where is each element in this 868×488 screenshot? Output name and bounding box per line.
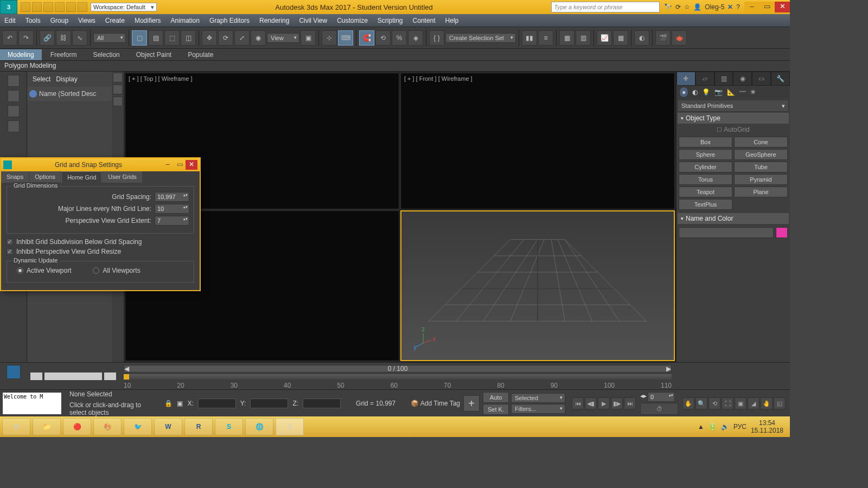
prim-pyramid[interactable]: Pyramid [734, 174, 788, 185]
star-icon[interactable]: ☆ [684, 3, 690, 11]
tray-up-icon[interactable]: ▲ [698, 423, 704, 431]
teapot-icon[interactable] [8, 75, 20, 87]
goto-end-button[interactable]: ⏭ [624, 397, 636, 409]
z-input[interactable] [303, 399, 341, 408]
category-dropdown[interactable]: Standard Primitives [678, 100, 789, 112]
select-object-button[interactable]: ▢ [132, 30, 147, 46]
tray-lang[interactable]: РУС [733, 423, 746, 431]
hierarchy-tab[interactable]: ▥ [714, 72, 733, 86]
major-lines-input[interactable]: 10 [155, 204, 189, 214]
link-button[interactable]: 🔗 [40, 30, 55, 46]
schematic-button[interactable]: ▦ [613, 30, 628, 46]
rollout-name-color[interactable]: Name and Color [678, 213, 789, 224]
help-icon[interactable]: ? [736, 3, 740, 11]
select-rect-button[interactable]: ⬚ [164, 30, 180, 46]
time-slider[interactable]: ◀ 0 / 100 ▶ 102030405060708090100110 [119, 363, 676, 389]
prev-frame-button[interactable]: ◀▮ [585, 397, 597, 409]
systems-icon[interactable]: ✳ [750, 88, 756, 96]
hscroll-right[interactable]: ▶ [104, 373, 116, 380]
spinner-snap-button[interactable]: ◈ [408, 30, 423, 46]
menu-help[interactable]: Help [445, 17, 459, 24]
scene-tab-select[interactable]: Select [33, 75, 50, 83]
zoom-button[interactable]: 🔍 [695, 397, 707, 409]
move-button[interactable]: ✥ [202, 30, 217, 46]
autogrid-checkbox[interactable]: ☐ AutoGrid [676, 125, 790, 134]
key-filters-button[interactable]: Filters... [511, 404, 565, 414]
prim-cone[interactable]: Cone [734, 137, 788, 147]
pan2-button[interactable]: 🤚 [761, 397, 773, 409]
object-color-swatch[interactable] [776, 227, 788, 238]
task-3dsmax[interactable]: 3 [276, 418, 304, 435]
dlgtab-user-grids[interactable]: User Grids [103, 171, 142, 183]
task-skype[interactable]: S [215, 418, 243, 435]
object-name-input[interactable] [679, 227, 774, 238]
menu-civil-view[interactable]: Civil View [299, 17, 327, 24]
viewport-label-top[interactable]: [ + ] [ Top ] [ Wireframe ] [129, 75, 192, 82]
dialog-close[interactable]: ✕ [186, 160, 197, 170]
tab-freeform[interactable]: Freeform [43, 49, 85, 60]
qat-undo-icon[interactable] [55, 2, 65, 12]
shapes-icon[interactable]: ◐ [692, 88, 698, 96]
task-app2[interactable]: 🐦 [124, 418, 152, 435]
set-key-button[interactable]: Set K. [483, 404, 509, 415]
time-config-button[interactable]: ⏱ [640, 403, 678, 415]
curve-editor-button[interactable]: 📈 [597, 30, 612, 46]
viewport-perspective[interactable]: x z y [400, 210, 675, 361]
viewport-front[interactable]: [ + ] [ Front ] [ Wireframe ] [400, 73, 675, 209]
create-tab[interactable]: ✚ [676, 72, 695, 86]
undo-button[interactable]: ↶ [2, 30, 17, 46]
task-word[interactable]: W [154, 418, 182, 435]
menu-rendering[interactable]: Rendering [259, 17, 289, 24]
lock-icon[interactable]: 🔒 [164, 400, 173, 407]
qat-open-icon[interactable] [32, 2, 42, 12]
add-time-tag[interactable]: 📦 Add Time Tag [411, 400, 460, 407]
max-toggle-button[interactable]: ◱ [774, 397, 786, 409]
grid-spacing-input[interactable]: 10,997 [155, 192, 189, 202]
prim-torus[interactable]: Torus [679, 174, 732, 185]
viewport-label-front[interactable]: [ + ] [ Front ] [ Wireframe ] [404, 75, 473, 82]
x-input[interactable] [198, 399, 236, 408]
menu-tools[interactable]: Tools [25, 17, 41, 24]
display-tab[interactable]: ▭ [752, 72, 771, 86]
qat-redo-icon[interactable] [66, 2, 76, 12]
all-viewports-radio[interactable]: All Viewports [93, 267, 140, 274]
filter-geo-icon[interactable] [113, 73, 123, 82]
tab-object-paint[interactable]: Object Paint [129, 49, 179, 60]
tab-modeling[interactable]: Modeling [0, 49, 42, 60]
mirror-button[interactable]: ▮▮ [522, 30, 537, 46]
menu-create[interactable]: Create [105, 17, 125, 24]
prim-textplus[interactable]: TextPlus [679, 199, 732, 210]
isolate-icon[interactable]: ▣ [177, 400, 183, 407]
prim-box[interactable]: Box [679, 137, 732, 147]
next-frame-button[interactable]: ▮▶ [611, 397, 623, 409]
helpers-icon[interactable]: 📐 [727, 88, 735, 96]
play-button[interactable]: ▶ [598, 397, 610, 409]
zoom-extents-button[interactable]: ▣ [735, 397, 746, 409]
scene-header[interactable]: Name (Sorted Desc [27, 87, 112, 101]
menu-views[interactable]: Views [78, 17, 95, 24]
hscroll-track[interactable] [44, 373, 102, 380]
menu-content[interactable]: Content [413, 17, 436, 24]
align-button[interactable]: ≡ [538, 30, 553, 46]
pan-button[interactable]: ✋ [682, 397, 694, 409]
keyboard-button[interactable]: ⌨ [338, 30, 353, 46]
tab-selection[interactable]: Selection [85, 49, 127, 60]
rollout-object-type[interactable]: Object Type [678, 113, 789, 124]
task-chrome[interactable]: 🌐 [245, 418, 273, 435]
filter-light-icon[interactable] [113, 97, 123, 106]
render-setup-button[interactable]: 🎬 [655, 30, 671, 46]
tab-populate[interactable]: Populate [180, 49, 221, 60]
persp-extent-input[interactable]: 7 [155, 216, 189, 226]
auto-key-button[interactable]: Auto [483, 392, 509, 403]
qat-save-icon[interactable] [43, 2, 53, 12]
user-name[interactable]: Oleg-5 [705, 3, 724, 11]
key-filter-selected[interactable]: Selected [511, 393, 565, 403]
dialog-maximize[interactable]: ▭ [174, 160, 186, 170]
task-revit[interactable]: R [184, 418, 213, 435]
prim-teapot[interactable]: Teapot [679, 187, 732, 197]
menu-edit[interactable]: Edit [4, 17, 16, 24]
bind-button[interactable]: ∿ [72, 30, 87, 46]
orbit-button[interactable]: ⟲ [709, 397, 720, 409]
prim-cylinder[interactable]: Cylinder [679, 162, 732, 172]
start-button[interactable]: ⊞ [2, 418, 30, 435]
